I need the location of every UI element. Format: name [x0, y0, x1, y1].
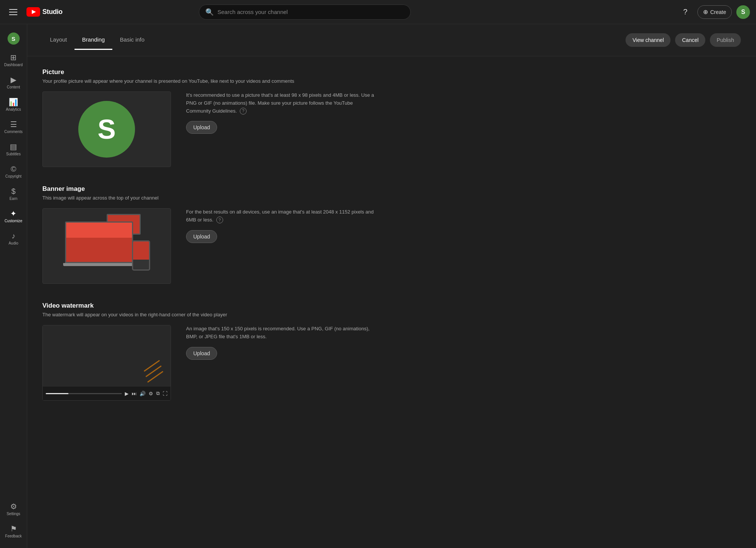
volume-icon[interactable]: 🔊 [140, 391, 146, 396]
sidebar-label-earn: Earn [9, 197, 17, 201]
sidebar-label-analytics: Analytics [6, 107, 21, 111]
banner-image-container [42, 208, 171, 284]
video-progress-fill [46, 393, 68, 394]
sidebar-item-comments[interactable]: ☰ Comments [2, 117, 26, 138]
sidebar: S ⊞ Dashboard ▶ Content 📊 Analytics ☰ Co… [0, 24, 27, 548]
sidebar-item-subtitles[interactable]: ▤ Subtitles [2, 139, 26, 160]
analytics-icon: 📊 [9, 98, 18, 106]
content-icon: ▶ [11, 76, 16, 84]
sidebar-item-user[interactable]: S [2, 29, 26, 48]
earn-icon: $ [11, 187, 16, 195]
picture-description: Your profile picture will appear where y… [42, 78, 375, 84]
watermark-description: The watermark will appear on your videos… [42, 312, 375, 317]
picture-upload-button[interactable]: Upload [186, 121, 217, 134]
picture-info-text: It's recommended to use a picture that's… [186, 91, 375, 115]
sidebar-item-feedback[interactable]: ⚑ Feedback [2, 521, 26, 542]
settings-icon: ⚙ [10, 503, 17, 510]
sidebar-label-feedback: Feedback [5, 534, 22, 538]
picture-section: Picture Your profile picture will appear… [42, 68, 375, 167]
header-actions: View channel Cancel Publish [626, 33, 741, 47]
picture-info: It's recommended to use a picture that's… [186, 91, 375, 134]
sidebar-label-customize: Customize [5, 219, 22, 223]
laptop-screen [65, 221, 133, 263]
watermark-line-1 [144, 360, 160, 372]
sidebar-label-dashboard: Dashboard [4, 63, 23, 67]
watermark-video-container: ▶ ⏭ 🔊 ⚙ ⧉ ⛶ [42, 325, 171, 401]
publish-button[interactable]: Publish [710, 33, 741, 47]
studio-label: Studio [42, 8, 62, 16]
create-icon: ⊕ [703, 8, 708, 15]
profile-picture-circle: S [78, 101, 135, 158]
page-wrapper: S ⊞ Dashboard ▶ Content 📊 Analytics ☰ Co… [0, 0, 756, 548]
skip-icon[interactable]: ⏭ [132, 391, 137, 396]
miniplayer-icon[interactable]: ⧉ [156, 390, 160, 396]
menu-button[interactable] [6, 6, 20, 18]
search-icon: 🔍 [205, 8, 214, 16]
fullscreen-icon[interactable]: ⛶ [163, 391, 168, 396]
branding-content: Picture Your profile picture will appear… [27, 56, 390, 431]
sidebar-item-earn[interactable]: $ Earn [2, 184, 26, 204]
banner-section: Banner image This image will appear acro… [42, 185, 375, 284]
phone-device [132, 240, 150, 271]
tab-layout[interactable]: Layout [42, 30, 75, 50]
picture-help-icon[interactable]: ? [240, 108, 247, 115]
help-button[interactable]: ? [678, 5, 693, 20]
picture-title: Picture [42, 68, 375, 76]
sidebar-label-comments: Comments [4, 130, 22, 134]
sidebar-label-copyright: Copyright [5, 174, 22, 178]
sidebar-avatar: S [8, 33, 20, 45]
banner-info: For the best results on all devices, use… [186, 208, 375, 243]
content-header: Layout Branding Basic info View channel … [27, 24, 756, 56]
search-input[interactable] [217, 9, 404, 15]
watermark-line-2 [146, 365, 162, 377]
watermark-preview [144, 360, 163, 379]
laptop-device [65, 221, 133, 271]
youtube-logo-icon [26, 7, 40, 17]
logo[interactable]: Studio [26, 7, 62, 17]
watermark-upload-button[interactable]: Upload [186, 347, 217, 360]
banner-help-icon[interactable]: ? [216, 217, 223, 223]
banner-upload-button[interactable]: Upload [186, 230, 217, 243]
sidebar-item-copyright[interactable]: © Copyright [2, 161, 26, 182]
tab-branding[interactable]: Branding [75, 30, 112, 50]
copyright-icon: © [11, 165, 16, 173]
banner-info-text: For the best results on all devices, use… [186, 208, 375, 224]
banner-title: Banner image [42, 185, 375, 193]
sidebar-item-audio[interactable]: ♪ Audio [2, 228, 26, 249]
video-main [43, 325, 171, 387]
picture-body: S It's recommended to use a picture that… [42, 91, 375, 167]
sidebar-item-content[interactable]: ▶ Content [2, 72, 26, 93]
topbar-right: ? ⊕ Create S [678, 5, 750, 20]
sidebar-item-customize[interactable]: ✦ Customize [2, 206, 26, 227]
topbar: Studio 🔍 ? ⊕ Create S [0, 0, 756, 24]
sidebar-item-settings[interactable]: ⚙ Settings [2, 499, 26, 520]
watermark-body: ▶ ⏭ 🔊 ⚙ ⧉ ⛶ An image that's 150 x 150 pi… [42, 325, 375, 401]
sidebar-bottom: ⚙ Settings ⚑ Feedback [2, 499, 26, 548]
search-bar: 🔍 [199, 5, 411, 20]
settings-ctrl-icon[interactable]: ⚙ [149, 391, 153, 396]
dashboard-icon: ⊞ [10, 54, 17, 61]
main-content: Layout Branding Basic info View channel … [27, 24, 756, 548]
view-channel-button[interactable]: View channel [626, 33, 671, 47]
video-controls: ▶ ⏭ 🔊 ⚙ ⧉ ⛶ [43, 387, 171, 400]
feedback-icon: ⚑ [10, 525, 17, 533]
tab-basic-info[interactable]: Basic info [112, 30, 152, 50]
watermark-info: An image that's 150 x 150 pixels is reco… [186, 325, 375, 360]
banner-body: For the best results on all devices, use… [42, 208, 375, 284]
cancel-button[interactable]: Cancel [675, 33, 705, 47]
user-avatar[interactable]: S [736, 5, 750, 19]
play-icon[interactable]: ▶ [125, 391, 129, 396]
create-button[interactable]: ⊕ Create [697, 5, 732, 19]
watermark-title: Video watermark [42, 302, 375, 310]
banner-description: This image will appear across the top of… [42, 195, 375, 201]
tabs: Layout Branding Basic info [42, 30, 152, 50]
laptop-base [63, 263, 135, 266]
sidebar-item-dashboard[interactable]: ⊞ Dashboard [2, 50, 26, 71]
watermark-line-3 [147, 371, 163, 382]
sidebar-label-settings: Settings [6, 512, 20, 516]
sidebar-label-content: Content [7, 85, 20, 89]
audio-icon: ♪ [12, 232, 16, 240]
sidebar-label-subtitles: Subtitles [6, 152, 20, 156]
comments-icon: ☰ [10, 121, 17, 128]
sidebar-item-analytics[interactable]: 📊 Analytics [2, 94, 26, 115]
